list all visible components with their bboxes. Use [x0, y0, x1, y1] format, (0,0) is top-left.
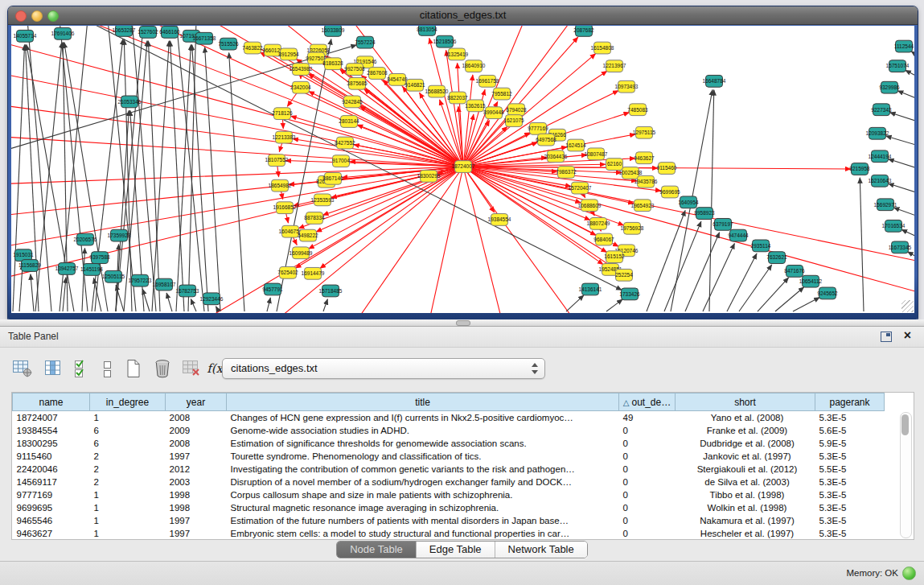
graph-edge[interactable] [888, 183, 914, 195]
vertical-scrollbar[interactable] [900, 412, 912, 538]
table-cell[interactable]: 1 [90, 527, 166, 540]
graph-edge[interactable] [191, 299, 196, 311]
show-columns-icon[interactable] [42, 357, 64, 380]
table-cell[interactable]: Corpus callosum shape and size in male p… [227, 488, 619, 501]
graph-edge[interactable] [793, 298, 819, 312]
table-cell[interactable]: Estimation of significance thresholds fo… [227, 437, 619, 450]
graph-edge[interactable] [229, 52, 244, 311]
table-options-icon[interactable] [11, 357, 34, 380]
graph-edge[interactable] [886, 136, 914, 148]
graph-edge[interactable] [685, 233, 720, 311]
table-cell[interactable]: 9115460 [13, 450, 90, 463]
table-cell[interactable]: 0 [619, 463, 676, 476]
table-cell[interactable]: Yano et al. (2008) [676, 411, 815, 425]
table-row[interactable]: 946362711997Embryonic stem cells: a mode… [13, 527, 885, 540]
table-cell[interactable]: 1998 [166, 488, 227, 501]
graph-edge[interactable] [166, 293, 172, 311]
network-canvas[interactable]: 1405571417691406106532871527602646616010… [11, 26, 914, 313]
graph-edge[interactable] [11, 73, 463, 167]
column-header-indegree[interactable]: in_degree [90, 393, 166, 411]
column-header-year[interactable]: year [166, 393, 227, 411]
table-row[interactable]: 2242004622012Investigating the contribut… [13, 463, 885, 476]
tab-node-table[interactable]: Node Table [337, 542, 417, 558]
column-header-title[interactable]: title [227, 393, 619, 411]
table-cell[interactable]: Changes of HCN gene expression and I(f) … [227, 411, 619, 425]
graph-edge[interactable] [108, 26, 136, 311]
table-cell[interactable]: Jankovic et al. (1997) [676, 450, 815, 463]
table-cell[interactable]: Embryonic stem cells: a model to study s… [227, 527, 619, 540]
graph-edge[interactable] [860, 178, 864, 311]
table-row[interactable]: 977716911998Corpus callosum shape and si… [13, 488, 885, 501]
graph-edge[interactable] [116, 26, 144, 311]
table-cell[interactable]: 1998 [166, 501, 227, 514]
graph-edge[interactable] [463, 26, 574, 167]
table-cell[interactable]: de Silva et al. (2003) [676, 476, 815, 488]
table-cell[interactable]: Structural magnetic resonance image aver… [227, 501, 619, 514]
graph-edge[interactable] [176, 26, 204, 311]
table-cell[interactable]: 9699695 [13, 501, 90, 514]
graph-edge[interactable] [893, 208, 914, 219]
graph-edge[interactable] [216, 307, 219, 311]
table-cell[interactable]: 2008 [166, 437, 227, 450]
graph-edge[interactable] [132, 26, 156, 311]
graph-edge[interactable] [63, 278, 66, 311]
table-row[interactable]: 969969511998Structural magnetic resonanc… [13, 501, 885, 514]
delete-column-icon[interactable] [151, 357, 174, 380]
table-cell[interactable]: 2 [90, 476, 166, 488]
graph-edge[interactable] [11, 137, 463, 167]
table-cell[interactable]: 5.3E-5 [815, 527, 885, 540]
tab-edge-table[interactable]: Edge Table [417, 542, 495, 558]
table-cell[interactable]: 5.3E-5 [815, 411, 885, 425]
graph-edge[interactable] [176, 45, 191, 311]
table-cell[interactable]: 9463627 [13, 527, 90, 540]
table-cell[interactable]: 5.3E-5 [815, 476, 885, 488]
select-checked-icon[interactable] [71, 357, 93, 380]
table-cell[interactable]: 0 [619, 527, 676, 540]
graph-edge[interactable] [888, 159, 914, 171]
graph-edge[interactable] [647, 210, 685, 311]
table-cell[interactable]: 2 [90, 450, 166, 463]
table-cell[interactable]: 14569117 [13, 476, 90, 488]
table-cell[interactable]: 1997 [166, 527, 227, 540]
table-cell[interactable]: 5.3E-5 [815, 501, 885, 514]
table-row[interactable]: 946554611997Estimation of the future num… [13, 514, 885, 527]
graph-edge[interactable] [709, 90, 714, 311]
table-cell[interactable]: 18300295 [13, 437, 90, 450]
table-cell[interactable]: Investigating the contribution of common… [227, 463, 619, 476]
table-cell[interactable]: 6 [90, 437, 166, 450]
table-cell[interactable]: 0 [619, 424, 676, 437]
table-cell[interactable]: 5.3E-5 [815, 450, 885, 463]
graph-edge[interactable] [664, 221, 701, 311]
graph-edge[interactable] [463, 167, 914, 295]
table-cell[interactable]: 0 [619, 437, 676, 450]
table-cell[interactable]: 1997 [166, 514, 227, 527]
graph-edge[interactable] [897, 91, 914, 102]
table-row[interactable]: 1456911722003Disruption of a novel membe… [13, 476, 885, 488]
table-cell[interactable]: 5.3E-5 [815, 514, 885, 527]
table-cell[interactable]: Stergiakouli et al. (2012) [676, 463, 815, 476]
table-cell[interactable]: 2012 [166, 463, 227, 476]
graph-edge[interactable] [906, 70, 914, 80]
table-cell[interactable]: Genome-wide association studies in ADHD. [227, 424, 619, 437]
table-cell[interactable]: 22420046 [13, 463, 90, 476]
graph-edge[interactable] [566, 295, 584, 311]
tab-network-table[interactable]: Network Table [495, 542, 587, 558]
horizontal-splitter[interactable] [0, 319, 924, 327]
table-cell[interactable]: 5.3E-5 [815, 488, 885, 501]
table-cell[interactable]: Tourette syndrome. Phenomenology and cla… [227, 450, 619, 463]
graph-edge[interactable] [124, 41, 147, 311]
graph-edge[interactable] [727, 253, 757, 311]
table-row[interactable]: 911546021997Tourette syndrome. Phenomeno… [13, 450, 885, 463]
table-cell[interactable]: 5.9E-5 [815, 437, 885, 450]
table-cell[interactable]: 1 [90, 501, 166, 514]
table-cell[interactable]: Hescheler et al. (1997) [676, 527, 815, 540]
table-cell[interactable]: 0 [619, 450, 676, 463]
graph-edge[interactable] [446, 50, 463, 167]
table-cell[interactable]: 1997 [166, 450, 227, 463]
graph-edge[interactable] [911, 51, 914, 61]
table-cell[interactable]: 2008 [166, 411, 227, 425]
window-resize-grip-icon[interactable] [901, 300, 914, 312]
table-cell[interactable]: 9777169 [13, 488, 90, 501]
table-cell[interactable]: 49 [619, 411, 676, 425]
table-cell[interactable]: 0 [619, 501, 676, 514]
